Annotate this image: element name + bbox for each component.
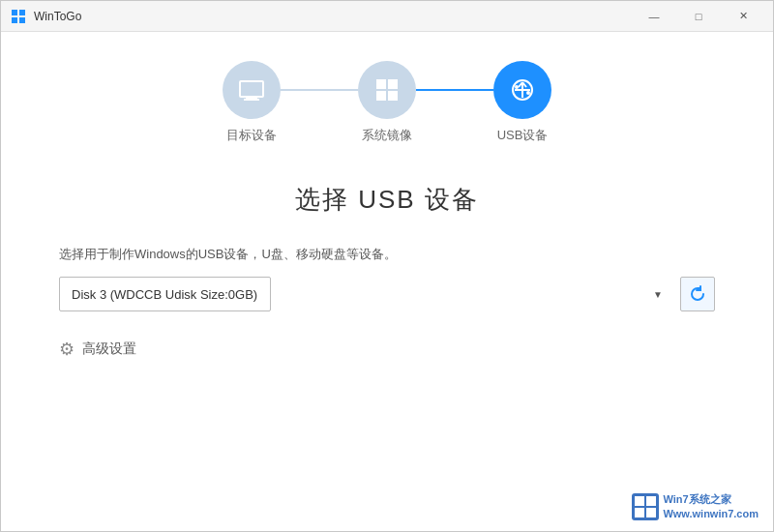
- svg-point-16: [515, 85, 519, 89]
- step-3-label: USB设备: [497, 127, 549, 144]
- app-icon: [9, 7, 28, 26]
- connector-1: [281, 89, 358, 91]
- close-button[interactable]: ✕: [721, 1, 765, 32]
- step-2-label: 系统镜像: [362, 127, 412, 144]
- svg-rect-6: [244, 99, 259, 101]
- svg-rect-3: [19, 17, 25, 23]
- step-2-system-image: 系统镜像: [358, 61, 416, 144]
- minimize-button[interactable]: —: [632, 1, 676, 32]
- page-title: 选择 USB 设备: [59, 183, 715, 217]
- content-area: 目标设备 系统镜像: [1, 32, 773, 531]
- app-title: WinToGo: [34, 10, 632, 23]
- svg-rect-5: [246, 97, 257, 99]
- chevron-down-icon: ▼: [653, 289, 663, 300]
- device-dropdown-wrapper: Disk 3 (WDCCB Udisk Size:0GB) ▼: [59, 277, 672, 311]
- usb-description: 选择用于制作Windows的USB设备，U盘、移动硬盘等设备。: [59, 246, 715, 263]
- main-window: WinToGo — □ ✕ 目标设备: [0, 0, 774, 532]
- svg-rect-2: [12, 17, 17, 23]
- device-select-row: Disk 3 (WDCCB Udisk Size:0GB) ▼: [59, 277, 715, 311]
- refresh-button[interactable]: [680, 277, 715, 311]
- step-progress: 目标设备 系统镜像: [59, 61, 715, 144]
- gear-icon: ⚙: [59, 339, 74, 360]
- step-3-usb-device: USB设备: [493, 61, 551, 144]
- device-dropdown[interactable]: Disk 3 (WDCCB Udisk Size:0GB): [59, 277, 271, 311]
- svg-rect-1: [19, 10, 25, 15]
- window-controls: — □ ✕: [632, 1, 765, 32]
- connector-2: [416, 89, 493, 91]
- svg-rect-8: [388, 79, 398, 89]
- step-2-circle: [358, 61, 416, 119]
- step-1-circle: [223, 61, 281, 119]
- svg-rect-10: [388, 91, 398, 101]
- step-1-label: 目标设备: [226, 127, 277, 144]
- step-3-circle: [493, 61, 551, 119]
- svg-point-17: [526, 91, 530, 95]
- svg-rect-4: [240, 81, 263, 97]
- svg-rect-7: [376, 79, 386, 89]
- maximize-button[interactable]: □: [676, 1, 721, 32]
- advanced-label: 高级设置: [82, 340, 136, 358]
- step-1-target-device: 目标设备: [223, 61, 281, 144]
- svg-rect-9: [376, 91, 386, 101]
- svg-rect-0: [12, 10, 17, 15]
- titlebar: WinToGo — □ ✕: [1, 1, 773, 32]
- advanced-settings[interactable]: ⚙ 高级设置: [59, 339, 715, 360]
